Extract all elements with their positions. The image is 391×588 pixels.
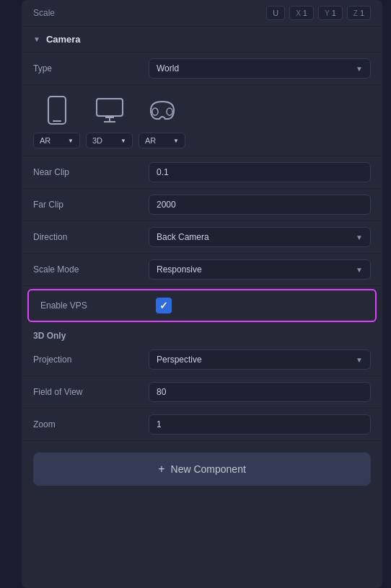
zoom-label: Zoom	[33, 419, 149, 429]
scale-mode-row: Scale Mode Responsive ▼	[22, 254, 382, 286]
projection-label: Projection	[33, 355, 149, 365]
camera-section-header[interactable]: ▼ Camera	[22, 27, 382, 53]
scale-mode-dropdown[interactable]: Responsive ▼	[149, 259, 371, 280]
scale-mode-control: Responsive ▼	[149, 259, 371, 280]
scale-y-input[interactable]: Y 1	[318, 6, 343, 20]
projection-row: Projection Perspective ▼	[22, 344, 382, 376]
zoom-row: Zoom 1	[22, 409, 382, 441]
type-label: Type	[33, 63, 149, 74]
direction-row: Direction Back Camera ▼	[22, 221, 382, 254]
camera-panel: Scale U X 1 Y 1 Z 1 ▼ Camera Type	[22, 0, 382, 588]
new-component-label: New Component	[171, 463, 246, 475]
type-control: World ▼	[149, 58, 371, 79]
direction-label: Direction	[33, 232, 149, 242]
near-clip-input[interactable]: 0.1	[149, 162, 371, 182]
svg-point-7	[167, 108, 172, 115]
zoom-input[interactable]: 1	[149, 414, 371, 435]
enable-vps-label: Enable VPS	[40, 300, 156, 311]
device-card-monitor: 3D ▼	[86, 92, 133, 148]
ar-headset-arrow-icon: ▼	[173, 138, 179, 144]
scale-u-badge: U	[266, 6, 285, 20]
scale-mode-arrow-icon: ▼	[356, 266, 363, 274]
ar-phone-label: AR	[40, 136, 50, 145]
device-dropdown-3d-monitor[interactable]: 3D ▼	[86, 133, 133, 148]
far-clip-input[interactable]: 2000	[149, 195, 371, 215]
device-card-headset: AR ▼	[139, 92, 185, 148]
far-clip-control: 2000	[149, 195, 371, 215]
svg-rect-1	[53, 120, 61, 122]
near-clip-row: Near Clip 0.1	[22, 156, 382, 189]
projection-control: Perspective ▼	[149, 349, 371, 370]
ar-phone-arrow-icon: ▼	[68, 138, 74, 144]
svg-rect-2	[97, 99, 123, 116]
scale-mode-value: Responsive	[157, 264, 202, 275]
field-of-view-row: Field of View 80	[22, 376, 382, 409]
projection-dropdown[interactable]: Perspective ▼	[149, 349, 371, 370]
3d-monitor-label: 3D	[92, 136, 102, 145]
new-component-button[interactable]: + New Component	[33, 453, 371, 486]
device-icons-row: AR ▼ 3D ▼	[22, 85, 382, 156]
direction-value: Back Camera	[157, 232, 209, 242]
phone-icon	[39, 92, 75, 128]
device-dropdown-ar-phone[interactable]: AR ▼	[33, 133, 80, 148]
direction-arrow-icon: ▼	[356, 233, 363, 241]
scale-inputs: U X 1 Y 1 Z 1	[266, 6, 371, 20]
scale-x-input[interactable]: X 1	[289, 6, 314, 20]
device-dropdown-ar-headset[interactable]: AR ▼	[139, 133, 185, 148]
type-dropdown[interactable]: World ▼	[149, 58, 371, 79]
camera-section-title: Camera	[46, 34, 81, 45]
enable-vps-row[interactable]: Enable VPS ✓	[27, 289, 377, 322]
far-clip-label: Far Clip	[33, 200, 149, 210]
camera-chevron-icon: ▼	[33, 35, 40, 43]
svg-point-6	[152, 108, 158, 115]
scale-row: Scale U X 1 Y 1 Z 1	[22, 0, 382, 27]
field-of-view-control: 80	[149, 382, 371, 402]
direction-dropdown[interactable]: Back Camera ▼	[149, 227, 371, 247]
near-clip-control: 0.1	[149, 162, 371, 182]
scale-mode-label: Scale Mode	[33, 264, 149, 275]
field-of-view-input[interactable]: 80	[149, 382, 371, 402]
type-value: World	[157, 63, 179, 74]
type-row: Type World ▼	[22, 53, 382, 85]
plus-icon: +	[158, 463, 164, 476]
field-of-view-label: Field of View	[33, 387, 149, 397]
checkbox-check-icon: ✓	[159, 300, 168, 311]
3d-monitor-arrow-icon: ▼	[120, 138, 126, 144]
projection-arrow-icon: ▼	[356, 356, 363, 364]
3d-only-sublabel: 3D Only	[22, 325, 382, 344]
headset-icon	[144, 92, 180, 128]
zoom-control: 1	[149, 414, 371, 435]
svg-rect-0	[48, 97, 66, 124]
enable-vps-checkbox[interactable]: ✓	[156, 298, 172, 313]
scale-z-input[interactable]: Z 1	[347, 6, 371, 20]
far-clip-row: Far Clip 2000	[22, 189, 382, 221]
near-clip-label: Near Clip	[33, 167, 149, 177]
ar-headset-label: AR	[145, 136, 156, 145]
scale-label: Scale	[33, 8, 260, 18]
device-card-phone: AR ▼	[33, 92, 80, 148]
monitor-icon	[92, 92, 128, 128]
projection-value: Perspective	[157, 355, 202, 365]
direction-control: Back Camera ▼	[149, 227, 371, 247]
type-dropdown-arrow-icon: ▼	[356, 65, 363, 73]
